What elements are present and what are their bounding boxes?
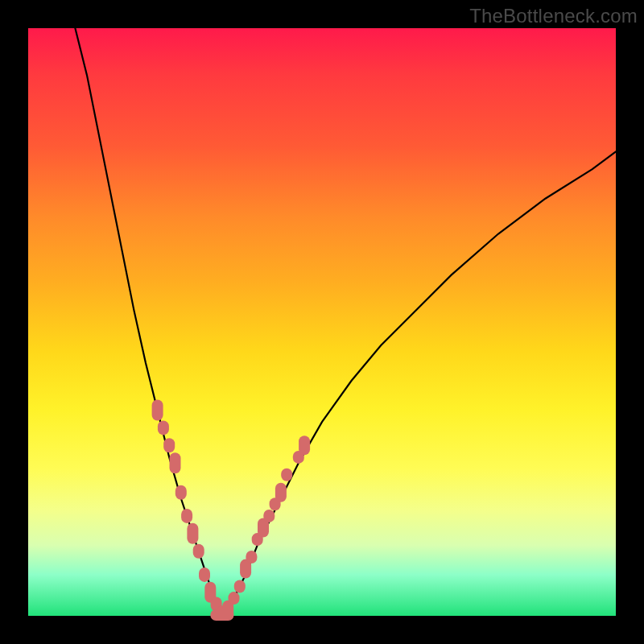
bead-group: [152, 400, 311, 621]
bead: [170, 452, 181, 473]
bead: [263, 510, 275, 522]
plot-area: [28, 28, 616, 616]
outer-frame: TheBottleneck.com: [0, 0, 644, 644]
bead: [281, 469, 292, 481]
watermark-text: TheBottleneck.com: [469, 5, 638, 27]
bead: [158, 420, 169, 435]
bead: [152, 400, 163, 421]
bead: [163, 438, 175, 452]
bead: [275, 483, 287, 502]
bead: [193, 544, 204, 559]
chart-svg: [28, 28, 616, 616]
curve-left: [75, 28, 222, 616]
bead: [246, 551, 257, 564]
bead: [229, 592, 240, 605]
bead: [199, 568, 210, 582]
bead: [234, 580, 246, 593]
curve-right: [222, 151, 616, 616]
bead: [181, 509, 192, 523]
bead: [175, 485, 187, 500]
bead-floor: [210, 609, 233, 621]
bead: [187, 523, 198, 544]
bead: [299, 436, 310, 455]
